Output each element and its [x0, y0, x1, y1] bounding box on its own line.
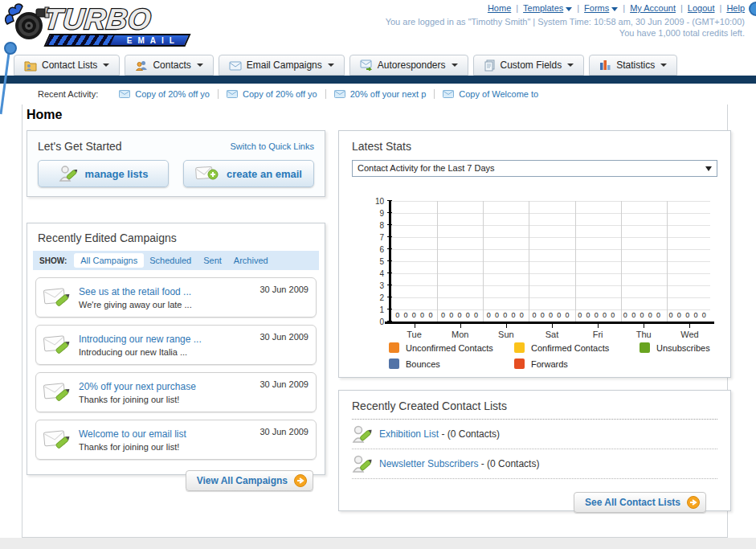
chart-groups: 00000000000000000000000000000000000: [391, 311, 710, 322]
y-tick-label: 0: [365, 318, 384, 326]
gridline: [391, 273, 710, 274]
view-all-campaigns-button[interactable]: View All Campaigns: [186, 470, 313, 491]
separator: |: [516, 3, 518, 13]
stats-range-value: Contact Activity for the Last 7 Days: [358, 163, 495, 173]
legend-label: Forwards: [531, 359, 568, 369]
y-tick-label: 7: [365, 233, 384, 242]
latest-stats-title: Latest Stats: [352, 140, 717, 153]
filter-scheduled[interactable]: Scheduled: [149, 256, 191, 265]
manage-lists-button[interactable]: manage lists: [38, 160, 169, 187]
recent-activity-item[interactable]: Copy of 20% off yo: [219, 89, 326, 99]
filter-archived[interactable]: Archived: [234, 256, 268, 265]
top-nav-logout[interactable]: Logout: [688, 3, 715, 13]
button-label: manage lists: [85, 168, 149, 180]
top-nav-help[interactable]: Help: [726, 3, 745, 13]
contact-list-count: - (0 Contacts): [439, 428, 500, 440]
button-label: create an email: [227, 168, 302, 180]
data-value-label: 0: [512, 311, 516, 319]
gridline: [529, 201, 529, 322]
chevron-down-icon: [328, 64, 334, 67]
legend-swatch: [640, 342, 650, 353]
filter-sent[interactable]: Sent: [203, 256, 222, 265]
stats-range-select[interactable]: Contact Activity for the Last 7 Days: [352, 160, 717, 177]
contact-list-row[interactable]: Exhibition List - (0 Contacts): [352, 420, 717, 449]
campaign-row[interactable]: Introducing our new range ... Introducin…: [35, 325, 317, 365]
campaign-row[interactable]: 20% off your next purchase Thanks for jo…: [35, 372, 317, 412]
gridline: [391, 261, 710, 262]
x-tick-label: Mon: [437, 330, 483, 339]
data-value-label: 0: [669, 311, 673, 319]
recent-activity-item[interactable]: Copy of Welcome to: [435, 89, 546, 99]
envelope-pencil-icon: [43, 286, 72, 309]
tab-custom-fields[interactable]: Custom Fields: [473, 55, 585, 76]
gridline: [391, 201, 710, 202]
legend-label: Unsubscribes: [656, 343, 710, 353]
chart-day-group: 00000: [664, 311, 710, 322]
gridline: [391, 237, 710, 238]
person-pencil-icon: [352, 424, 373, 445]
legend-label: Confirmed Contacts: [531, 343, 609, 353]
create-email-button[interactable]: create an email: [183, 160, 314, 187]
top-nav-templates[interactable]: Templates: [523, 3, 572, 13]
contact-list-row[interactable]: Newsletter Subscribers - (0 Contacts): [352, 449, 717, 479]
x-tick-label: Tue: [391, 330, 437, 339]
person-pencil-icon: [352, 453, 373, 474]
campaign-title-link[interactable]: See us at the retail food ...: [79, 286, 259, 297]
map-pin-icon: [0, 39, 22, 116]
y-tick-label: 3: [365, 281, 384, 290]
tab-email-campaigns[interactable]: Email Campaigns: [219, 55, 345, 76]
contact-list-link[interactable]: Exhibition List: [379, 428, 439, 440]
envelope-pencil-icon: [43, 334, 72, 356]
switch-quick-links-link[interactable]: Switch to Quick Links: [230, 141, 314, 151]
campaign-title-link[interactable]: Introducing our new range ...: [79, 334, 259, 345]
recent-activity-item[interactable]: 20% off your next p: [326, 89, 435, 99]
campaign-title-link[interactable]: 20% off your next purchase: [79, 381, 259, 392]
people-icon: [135, 59, 148, 72]
data-value-label: 0: [595, 311, 599, 319]
contact-list-link[interactable]: Newsletter Subscribers: [379, 458, 478, 469]
see-all-contact-lists-button[interactable]: See All Contact Lists: [574, 492, 706, 513]
logo-email-bar: EMAIL: [43, 34, 190, 47]
campaigns-panel: Recently Edited Campaigns SHOW: All Camp…: [27, 223, 325, 475]
gridline: [391, 225, 710, 226]
top-nav-forms[interactable]: Forms: [584, 3, 618, 13]
chart-day-group: 00000: [391, 311, 437, 322]
envelope-icon: [443, 90, 454, 98]
chart-x-axis-line: [385, 322, 714, 324]
x-tick: [689, 324, 690, 328]
x-tick: [552, 324, 553, 328]
chart-day-group: 00000: [574, 311, 619, 322]
x-tick: [415, 324, 415, 328]
legend-swatch: [514, 342, 525, 353]
data-value-label: 0: [557, 311, 561, 319]
recent-activity-item[interactable]: Copy of 20% off yo: [111, 89, 219, 99]
app-logo: TURBO EMAIL: [5, 3, 198, 50]
data-value-label: 0: [566, 311, 570, 319]
data-value-label: 0: [487, 311, 491, 319]
tab-autoresponders[interactable]: Autoresponders: [349, 55, 468, 76]
campaign-date: 30 Jun 2009: [259, 379, 309, 389]
chart-x-labels: TueMonSunSatFriThuWed: [391, 330, 713, 339]
campaign-row[interactable]: See us at the retail food ... We're givi…: [35, 277, 317, 318]
data-value-label: 0: [702, 311, 706, 319]
top-nav-home[interactable]: Home: [488, 3, 511, 13]
chart-plot: 00000000000000000000000000000000000: [389, 201, 710, 322]
campaign-subtitle: Thanks for joining our list!: [79, 395, 259, 404]
campaign-subtitle: Introducing our new Italia ...: [79, 347, 259, 357]
campaign-row[interactable]: Welcome to our email list Thanks for joi…: [35, 420, 317, 460]
tab-label: Contact Lists: [42, 59, 97, 71]
separator: |: [577, 3, 579, 13]
help-bubble-icon[interactable]: [749, 2, 756, 16]
tab-contact-lists[interactable]: Contact Lists: [14, 55, 120, 76]
tab-contacts[interactable]: Contacts: [125, 55, 213, 76]
data-value-label: 0: [586, 311, 590, 319]
data-value-label: 0: [656, 311, 660, 319]
data-value-label: 0: [428, 311, 432, 319]
data-value-label: 0: [495, 311, 499, 319]
filter-all-campaigns[interactable]: All Campaigns: [74, 253, 144, 268]
envelope-pencil-icon: [43, 428, 72, 451]
y-tick-label: 1: [365, 305, 384, 314]
top-nav-my-account[interactable]: My Account: [630, 3, 676, 13]
tab-statistics[interactable]: Statistics: [589, 55, 677, 76]
campaign-title-link[interactable]: Welcome to our email list: [79, 428, 259, 440]
